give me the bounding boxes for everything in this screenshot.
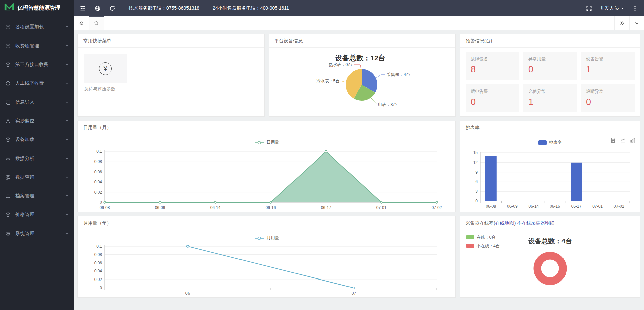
daily-usage-legend[interactable]: 日用量: [83, 137, 450, 148]
alert-label: 故障设备: [471, 56, 514, 62]
offline-collector-detail-link[interactable]: 不在线采集器明细: [517, 220, 554, 226]
bar: [485, 156, 497, 201]
x-tick-label: 06-14: [529, 204, 539, 209]
data-point: [436, 201, 438, 203]
donut-ring: [537, 256, 563, 281]
fullscreen-icon[interactable]: [586, 5, 592, 11]
user-menu[interactable]: 开发人员: [600, 5, 624, 11]
x-tick-label: 06-17: [571, 204, 582, 209]
x-tick-label: 06-09: [507, 204, 518, 209]
series-line: [105, 151, 437, 202]
tabs-menu-icon[interactable]: [629, 16, 644, 30]
reading-rate-legend[interactable]: 抄表率: [466, 137, 635, 148]
y-tick-label: 0.08: [94, 159, 102, 164]
y-tick-label: 0.04: [94, 269, 102, 273]
sidebar-item-label: 数据分析: [15, 156, 66, 162]
y-tick-label: 0.04: [94, 180, 102, 184]
alert-tile-device-alarm[interactable]: 设备告警1: [581, 52, 635, 80]
infinity-icon: [5, 156, 11, 161]
sidebar-item-data-query[interactable]: 数据查询: [0, 168, 74, 187]
sidebar-item-device-load[interactable]: 设备加载: [0, 130, 74, 149]
x-tick-label: 06-16: [550, 204, 560, 209]
card-collector-online: 采集器在线率(在线地图) 不在线采集器明细 在线：0台 不在线：4台 设备总数：…: [460, 216, 640, 298]
card-title: 预警信息(台): [460, 34, 640, 48]
card-title: 采集器在线率(在线地图) 不在线采集器明细: [460, 216, 640, 230]
x-tick-label: 06-16: [266, 205, 276, 210]
sidebar-item-archive[interactable]: 档案管理: [0, 187, 74, 205]
legend-online[interactable]: 在线：0台: [466, 235, 500, 240]
caret-down-icon: [66, 102, 68, 104]
sidebar-item-label: 各项设置加载: [15, 24, 66, 30]
menu-fold-icon[interactable]: [80, 5, 86, 11]
device-total-title: 设备总数：4台: [528, 237, 572, 246]
sidebar-item-label: 收费项管理: [15, 43, 66, 49]
sidebar-item-offline-fee[interactable]: 人工线下收费: [0, 74, 74, 93]
y-tick-label: 6: [475, 179, 478, 184]
cube-icon: [5, 212, 11, 218]
caret-down-icon: [66, 177, 68, 179]
alert-tile-abnormal-usage[interactable]: 异常用量0: [523, 52, 577, 80]
tabs-scroll-right-icon[interactable]: [614, 16, 629, 30]
sidebar-item-price[interactable]: 价格管理: [0, 205, 74, 224]
sidebar-item-reading-monitor[interactable]: 实抄监控: [0, 112, 74, 130]
switch-line-chart-icon[interactable]: [620, 138, 626, 143]
kebab-menu-icon[interactable]: [632, 5, 638, 11]
card-title: 月用量（年）: [78, 216, 455, 230]
x-tick-label: 07: [352, 291, 356, 296]
sidebar-item-thirdparty-fee[interactable]: 第三方接口收费: [0, 55, 74, 74]
sidebar-item-fee-items[interactable]: 收费项管理: [0, 37, 74, 55]
data-view-icon[interactable]: [610, 138, 616, 143]
data-point: [325, 150, 327, 152]
legend-label: 不在线：4台: [477, 243, 500, 249]
x-tick-label: 06-14: [210, 205, 221, 210]
sidebar-item-label: 档案管理: [15, 193, 66, 199]
alert-tile-recharge-abnormal[interactable]: 充值异常1: [523, 84, 577, 113]
sidebar: 各项设置加载 收费项管理 第三方接口收费 人工线下收费 信息导入 实抄监控 设备…: [0, 16, 74, 310]
pie-title: 设备总数：12台: [335, 54, 385, 62]
brand: 亿玛智慧能源管理: [0, 0, 74, 16]
legend-label: 月用量: [267, 235, 279, 241]
sidebar-item-info-import[interactable]: 信息导入: [0, 93, 74, 112]
tab-home[interactable]: [89, 16, 104, 30]
caret-down-icon: [66, 233, 68, 236]
sidebar-item-data-analysis[interactable]: 数据分析: [0, 149, 74, 168]
alert-tile-fault-devices[interactable]: 故障设备8: [466, 52, 519, 80]
dashboard: 常用快捷菜单 ¥ 负荷与过压参数... 平台设备信息 设备总数：12台热水表：0…: [74, 30, 644, 310]
data-point: [380, 201, 382, 203]
offline-swatch: [466, 244, 474, 248]
logo-icon: [4, 3, 15, 13]
online-map-link[interactable]: 在线地图: [495, 220, 514, 226]
x-tick-label: 06-08: [486, 204, 496, 209]
caret-down-icon: [66, 83, 68, 85]
refresh-icon[interactable]: [109, 5, 115, 11]
tabbar: [74, 16, 644, 30]
legend-offline[interactable]: 不在线：4台: [466, 243, 500, 249]
y-tick-label: 0.06: [94, 261, 102, 265]
gear-icon: [5, 231, 11, 236]
card-title: 平台设备信息: [269, 34, 455, 48]
caret-down-icon: [66, 158, 68, 161]
shortcut-load-overvoltage[interactable]: ¥ 负荷与过压参数...: [84, 54, 127, 92]
card-reading-rate: 抄表率 抄表率 0369121506-0806-0906-1406-1606-1…: [460, 121, 640, 212]
alert-tile-power-cut-alarm[interactable]: 断电告警0: [466, 84, 519, 113]
app-title: 亿玛智慧能源管理: [17, 5, 60, 12]
x-tick-label: 06-08: [100, 205, 110, 210]
caret-down-icon: [66, 139, 68, 142]
shortcut-tile[interactable]: ¥: [84, 54, 127, 83]
collector-title-text: 采集器在线率(: [466, 220, 495, 226]
chart-toolbox: [610, 138, 635, 143]
y-tick-label: 9: [475, 170, 478, 175]
collector-legend: 在线：0台 不在线：4台: [466, 235, 500, 252]
switch-bar-chart-icon[interactable]: [630, 138, 635, 143]
monthly-usage-legend[interactable]: 月用量: [83, 233, 450, 244]
y-tick-label: 0.02: [94, 190, 102, 195]
tabs-scroll-left-icon[interactable]: [74, 16, 89, 30]
bar-legend-swatch: [538, 140, 547, 145]
monthly-usage-chart: 00.020.040.060.080.10607: [83, 244, 450, 297]
alert-tile-switch-abnormal[interactable]: 通断异常0: [581, 84, 635, 113]
sidebar-item-settings-load[interactable]: 各项设置加载: [0, 18, 74, 37]
y-tick-label: 0.1: [96, 244, 102, 249]
daily-usage-body: 日用量 00.020.040.060.080.106-0806-0906-140…: [78, 134, 455, 212]
globe-icon[interactable]: [95, 5, 101, 11]
sidebar-item-system[interactable]: 系统管理: [0, 224, 74, 243]
